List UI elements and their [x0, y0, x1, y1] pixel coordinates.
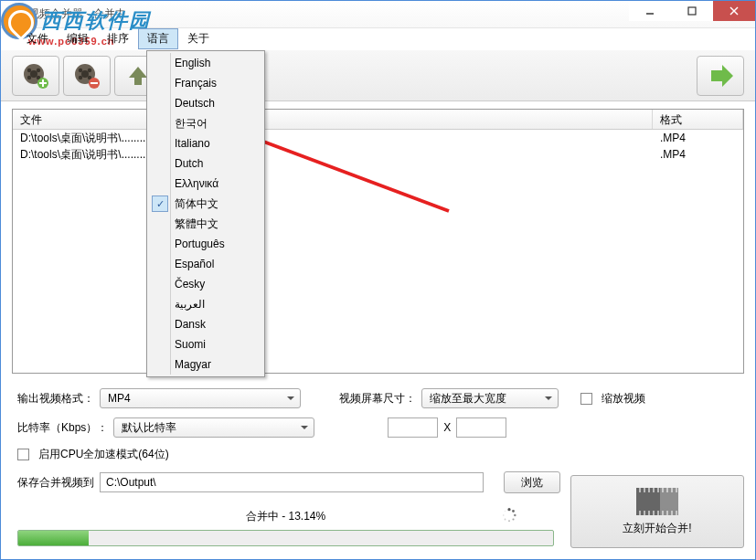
app-icon: ▶	[8, 7, 23, 22]
lang-espanol[interactable]: Español	[149, 254, 262, 274]
output-format-select[interactable]: MP4	[100, 388, 301, 408]
lang-arabic[interactable]: العربية	[149, 294, 262, 314]
scale-video-label: 缩放视频	[602, 391, 645, 407]
save-path-input[interactable]: C:\Output\	[100, 472, 484, 492]
col-file[interactable]: 文件	[13, 110, 653, 129]
progress-fill	[18, 531, 89, 545]
browse-button[interactable]: 浏览	[504, 471, 560, 493]
svg-point-13	[79, 68, 82, 71]
check-icon: ✓	[152, 195, 168, 212]
lang-magyar[interactable]: Magyar	[149, 354, 262, 375]
screen-size-select[interactable]: 缩放至最大宽度	[421, 388, 559, 408]
toolbar: ?	[1, 50, 755, 101]
cell-format: .MP4	[653, 132, 686, 144]
content-area: 文件 格式 D:\tools\桌面\说明书\............104642…	[1, 109, 755, 510]
lang-francais[interactable]: Français	[149, 73, 262, 93]
svg-point-22	[512, 510, 515, 512]
progress-label: 合并中 - 13.14%	[17, 509, 554, 524]
merge-button-label: 立刻开始合并!	[623, 521, 691, 536]
svg-rect-1	[688, 7, 696, 15]
svg-point-24	[512, 518, 514, 520]
dimension-x: X	[443, 421, 451, 434]
scale-video-checkbox[interactable]	[580, 393, 592, 405]
add-video-button[interactable]	[12, 56, 59, 96]
lang-traditional-chinese[interactable]: 繁體中文	[149, 214, 262, 234]
table-body: D:\tools\桌面\说明书\............10464225.mp4…	[13, 130, 743, 163]
film-icon	[639, 488, 676, 515]
window-title: 视频合并器 - 合并中	[28, 6, 126, 22]
spinner-icon	[501, 507, 517, 523]
svg-point-5	[30, 70, 37, 78]
svg-point-27	[503, 514, 505, 516]
svg-point-23	[514, 514, 516, 517]
cpu-accel-label: 启用CPU全加速模式(64位)	[38, 447, 169, 462]
col-format[interactable]: 格式	[653, 110, 743, 129]
language-dropdown: English Français Deutsch 한국어 Italiano Du…	[146, 50, 265, 377]
width-input[interactable]	[388, 417, 438, 438]
height-input[interactable]	[456, 417, 506, 438]
close-button[interactable]	[713, 1, 755, 21]
output-format-label: 输出视频格式：	[17, 391, 94, 407]
lang-suomi[interactable]: Suomi	[149, 334, 262, 354]
start-merge-button[interactable]: 立刻开始合并!	[570, 475, 744, 548]
bitrate-select[interactable]: 默认比特率	[113, 417, 314, 438]
table-row[interactable]: D:\tools\桌面\说明书\............10464225.mp4…	[13, 130, 743, 146]
maximize-button[interactable]	[671, 1, 713, 21]
remove-video-button[interactable]	[63, 56, 111, 96]
menu-language[interactable]: 语言	[138, 28, 178, 49]
svg-point-21	[507, 508, 510, 511]
lang-greek[interactable]: Ελληνικά	[149, 174, 262, 194]
titlebar: ▶ 视频合并器 - 合并中	[1, 1, 755, 28]
menu-sort[interactable]: 排序	[98, 28, 138, 49]
menu-file[interactable]: 文件	[17, 28, 58, 49]
cell-file: D:\tools\桌面\说明书\............10464225.mp4	[13, 131, 653, 146]
cpu-accel-checkbox[interactable]	[17, 449, 29, 460]
file-table: 文件 格式 D:\tools\桌面\说明书\............104642…	[12, 109, 744, 374]
svg-point-14	[88, 68, 91, 71]
svg-point-7	[37, 68, 40, 71]
table-row[interactable]: D:\tools\桌面\说明书\............11234778.mp4…	[13, 146, 743, 163]
lang-portugues[interactable]: Português	[149, 234, 262, 254]
minimize-button[interactable]	[629, 1, 671, 21]
menu-edit[interactable]: 编辑	[58, 28, 98, 49]
svg-point-28	[505, 511, 506, 512]
lang-italiano[interactable]: Italiano	[149, 133, 262, 153]
cell-file: D:\tools\桌面\说明书\............11234778.mp4	[13, 147, 653, 163]
screen-size-label: 视频屏幕尺寸：	[339, 391, 416, 407]
menubar: 文件 编辑 排序 语言 关于	[1, 28, 755, 50]
lang-simplified-chinese[interactable]: ✓简体中文	[149, 194, 262, 214]
go-button[interactable]	[697, 56, 744, 96]
progress-bar	[17, 530, 554, 546]
svg-point-25	[508, 520, 510, 522]
table-header: 文件 格式	[13, 110, 743, 130]
svg-point-12	[81, 70, 89, 78]
window-controls	[629, 1, 755, 21]
lang-cesky[interactable]: Česky	[149, 274, 262, 294]
menu-about[interactable]: 关于	[178, 28, 218, 49]
bitrate-label: 比特率（Kbps）：	[17, 420, 108, 436]
svg-point-8	[27, 75, 31, 79]
lang-korean[interactable]: 한국어	[149, 113, 262, 133]
cell-format: .MP4	[653, 148, 686, 161]
save-path-label: 保存合并视频到	[17, 475, 94, 491]
svg-point-15	[79, 75, 82, 79]
lang-dansk[interactable]: Dansk	[149, 314, 262, 334]
svg-point-6	[27, 68, 31, 71]
lang-english[interactable]: English	[149, 53, 262, 73]
progress-area: 合并中 - 13.14%	[17, 509, 554, 546]
lang-dutch[interactable]: Dutch	[149, 153, 262, 174]
lang-deutsch[interactable]: Deutsch	[149, 93, 262, 113]
svg-point-26	[505, 519, 506, 521]
